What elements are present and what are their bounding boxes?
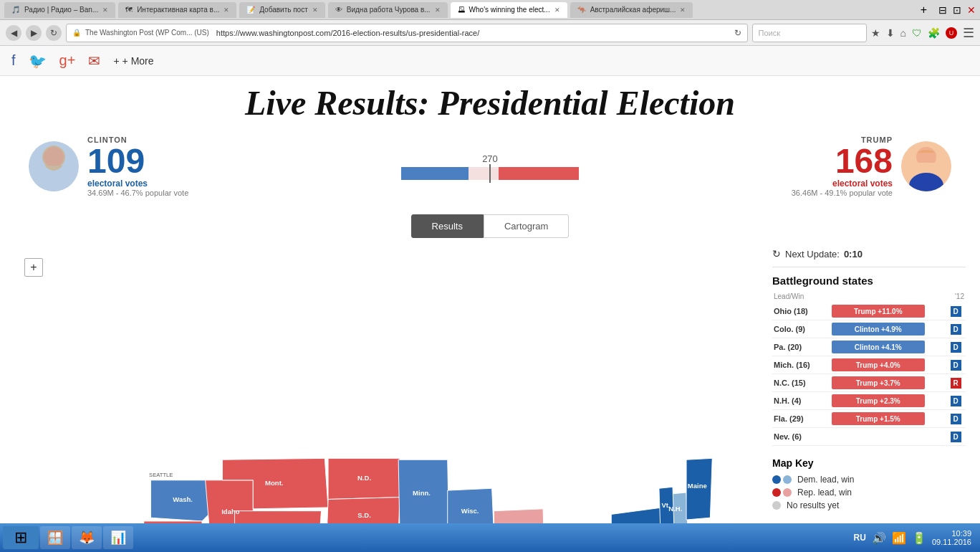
taskbar-app-2[interactable]: 🦊 [72,526,102,549]
lead-bar: Clinton +4.1% [832,341,925,353]
gauge-threshold: 270 [482,153,498,164]
battleground-row: Nev. (6) D [772,428,966,446]
svg-point-2 [44,147,64,167]
forward-button[interactable]: ▶ [26,25,42,41]
new-tab-button[interactable]: + [915,4,933,16]
map-key-title: Map Key [772,457,966,469]
battleground-row: Pa. (20) Clinton +4.1% D [772,338,966,356]
badge-icon[interactable]: U [946,27,957,39]
taskbar-icon-1: 🔊 [872,531,886,545]
cartogram-tab[interactable]: Cartogram [484,214,569,238]
year12-badge: D [951,432,961,442]
year12-badge: D [951,360,961,371]
tab-australia[interactable]: 🦘 Австралийская афериш... ✕ [570,2,693,18]
lead-bar-cell: Trump +11.0% [830,303,946,320]
battleground-row: Mich. (16) Trump +4.0% D [772,356,966,374]
map-zoom[interactable]: + [24,258,43,277]
tab-post[interactable]: 📝 Добавить пост ✕ [239,2,325,18]
battleground-header-year: '12 [955,292,964,300]
back-button[interactable]: ◀ [6,25,21,41]
state-label-id: Idaho [221,508,240,515]
tab-churov[interactable]: 👁 Видна работа Чурова в... ✕ [328,2,448,18]
reload-icon: ↻ [734,28,741,38]
battleground-row: N.H. (4) Trump +2.3% D [772,392,966,410]
lead-bar: Trump +3.7% [832,376,925,389]
trump-popular-vote: 36.46M - 49.1% popular vote [579,189,893,197]
maximize-button[interactable]: ⊡ [953,4,961,16]
star-icon[interactable]: ★ [871,27,880,39]
close-button[interactable]: ✕ [967,4,976,16]
svg-point-1 [37,173,71,191]
home-icon[interactable]: ⌂ [900,27,906,39]
clinton-popular-vote: 34.69M - 46.7% popular vote [87,189,401,197]
zoom-in-button[interactable]: + [24,258,43,277]
battleground-row: Colo. (9) Clinton +4.9% D [772,320,966,338]
minimize-button[interactable]: ⊟ [938,4,947,16]
no-result-key-label: No results yet [787,500,839,510]
results-tab[interactable]: Results [411,214,484,238]
lead-bar-cell: Clinton +4.9% [830,320,946,338]
lock-icon: 🔒 [72,29,81,37]
taskbar-icon-3: 🔋 [912,531,926,545]
year12-badge: D [951,324,961,335]
year12-badge: R [951,378,961,389]
more-plus-icon: + [113,55,119,67]
gauge-marker [489,164,491,183]
state-name-cell: N.H. (4) [772,392,830,410]
lead-bar: Trump +1.5% [832,412,925,425]
year12-cell: R [946,374,966,392]
tab-radio[interactable]: 🎵 Радио | Радио – Ban... ✕ [4,2,115,18]
state-name-cell: Nev. (6) [772,428,830,446]
search-bar[interactable]: Поиск [752,24,867,42]
content-area: + [14,248,966,538]
extensions-icon[interactable]: 🧩 [928,27,940,39]
view-tabs: Results Cartogram [14,214,966,238]
main-content: Live Results: Presidential Election CLIN… [0,76,980,538]
state-label-mn: Minn. [413,489,431,497]
next-update-label: Next Update: [785,249,840,260]
trump-candidate: TRUMP 168 electoral votes 36.46M - 49.1%… [579,135,951,197]
taskbar-app-1[interactable]: 🪟 [40,526,70,549]
dem-key-label: Dem. lead, win [797,475,854,485]
lead-bar-cell: Trump +4.0% [830,356,946,374]
clinton-electoral-label: electoral votes [87,179,401,189]
refresh-icon: ↻ [772,248,781,260]
twitter-icon[interactable]: 🐦 [29,52,47,70]
trump-info: TRUMP 168 electoral votes 36.46M - 49.1%… [579,135,893,197]
year12-badge: D [951,396,961,406]
map-container: + [14,248,758,538]
state-label-wi: Wisc. [461,507,479,515]
taskbar-app-3[interactable]: 📊 [103,526,133,549]
year12-badge: D [951,414,961,424]
year12-badge: D [951,342,961,353]
googleplus-icon[interactable]: g+ [59,52,76,69]
address-bar[interactable]: 🔒 The Washington Post (WP Com... (US) ht… [66,24,748,42]
battleground-row: Fla. (29) Trump +1.5% D [772,410,966,428]
us-map: Wash. Ore. Calif. Nev. Idaho Mont. Wyo. … [14,248,758,535]
tab-map[interactable]: 🗺 Интерактивная карта в... ✕ [118,2,236,18]
start-button[interactable]: ⊞ [3,526,39,549]
center-gauge: 270 [401,153,579,180]
tab-election[interactable]: 🗳 Who's winning the elect... ✕ [451,2,567,18]
lead-bar: Trump +11.0% [832,305,925,318]
url-text: https://www.washingtonpost.com/2016-elec… [216,29,479,37]
city-seattle: SEATTLE [149,472,173,478]
browser-titlebar: 🎵 Радио | Радио – Ban... ✕ 🗺 Интерактивн… [0,0,980,20]
taskbar-right: RU 🔊 📶 🔋 10:39 09.11.2016 [854,529,977,546]
lead-bar-cell: Trump +2.3% [830,392,946,410]
lead-bar-cell [830,428,946,446]
lead-bar-cell: Clinton +4.1% [830,338,946,356]
download-icon[interactable]: ⬇ [886,27,895,39]
mail-icon[interactable]: ✉ [88,52,100,70]
more-button[interactable]: + + More [113,55,153,67]
shield-icon[interactable]: 🛡 [912,27,922,39]
menu-icon[interactable]: ☰ [963,25,974,41]
battleground-row: Ohio (18) Trump +11.0% D [772,303,966,320]
facebook-icon[interactable]: f [11,52,16,69]
refresh-button[interactable]: ↻ [46,25,62,41]
clinton-avatar [29,141,79,191]
browser-controls: ◀ ▶ ↻ 🔒 The Washington Post (WP Com... (… [0,20,980,46]
trump-electoral-label: electoral votes [579,179,893,189]
lead-bar: Clinton +4.9% [832,323,925,336]
middle-gap [469,167,499,180]
